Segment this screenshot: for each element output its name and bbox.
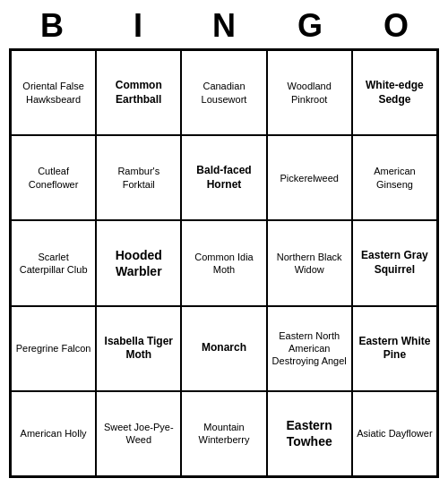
bingo-cell-7: Bald-faced Hornet bbox=[181, 135, 266, 220]
bingo-cell-23: Eastern Towhee bbox=[267, 391, 352, 476]
bingo-cell-15: Peregrine Falcon bbox=[11, 306, 96, 391]
bingo-cell-11: Hooded Warbler bbox=[96, 220, 181, 305]
bingo-cell-9: American Ginseng bbox=[352, 135, 437, 220]
letter-g: G bbox=[274, 7, 346, 45]
letter-n: N bbox=[188, 7, 260, 45]
bingo-cell-16: Isabella Tiger Moth bbox=[96, 306, 181, 391]
letter-i: I bbox=[102, 7, 174, 45]
bingo-cell-20: American Holly bbox=[11, 391, 96, 476]
bingo-cell-21: Sweet Joe-Pye-Weed bbox=[96, 391, 181, 476]
bingo-cell-5: Cutleaf Coneflower bbox=[11, 135, 96, 220]
bingo-cell-14: Eastern Gray Squirrel bbox=[352, 220, 437, 305]
bingo-cell-2: Canadian Lousewort bbox=[181, 50, 266, 135]
bingo-cell-24: Asiatic Dayflower bbox=[352, 391, 437, 476]
bingo-cell-8: Pickerelweed bbox=[267, 135, 352, 220]
bingo-cell-19: Eastern White Pine bbox=[352, 306, 437, 391]
bingo-cell-10: Scarlet Caterpillar Club bbox=[11, 220, 96, 305]
bingo-title: B I N G O bbox=[9, 0, 439, 48]
letter-b: B bbox=[16, 7, 88, 45]
bingo-cell-0: Oriental False Hawksbeard bbox=[11, 50, 96, 135]
bingo-cell-4: White-edge Sedge bbox=[352, 50, 437, 135]
bingo-grid: Oriental False HawksbeardCommon Earthbal… bbox=[9, 48, 439, 478]
bingo-cell-13: Northern Black Widow bbox=[267, 220, 352, 305]
bingo-cell-1: Common Earthball bbox=[96, 50, 181, 135]
letter-o: O bbox=[360, 7, 432, 45]
bingo-cell-18: Eastern North American Destroying Angel bbox=[267, 306, 352, 391]
bingo-cell-17: Monarch bbox=[181, 306, 266, 391]
bingo-cell-22: Mountain Winterberry bbox=[181, 391, 266, 476]
bingo-cell-6: Rambur's Forktail bbox=[96, 135, 181, 220]
bingo-cell-12: Common Idia Moth bbox=[181, 220, 266, 305]
bingo-cell-3: Woodland Pinkroot bbox=[267, 50, 352, 135]
